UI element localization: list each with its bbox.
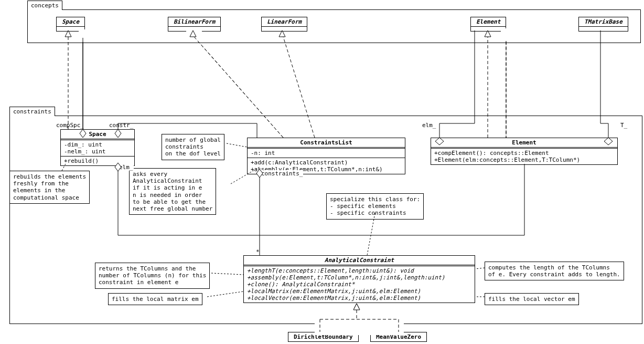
note-fillmatrix: fills the local matrix em (108, 293, 202, 305)
class-concepts-bilinearform: BilinearForm (168, 17, 221, 32)
note-rebuild: rebuilds the elements freshly from the e… (9, 171, 90, 204)
class-concepts-space: Space (56, 17, 85, 32)
note-returns: returns the TColumns and the number of T… (95, 263, 210, 289)
class-concepts-linearform: LinearForm (261, 17, 307, 32)
note-fillvector: fills the local vector em (485, 293, 579, 305)
note-specialize: specialize this class for: - specific el… (326, 193, 424, 220)
class-concepts-tmatrixbase: TMatrixBase (578, 17, 628, 32)
role-star1: * (255, 248, 260, 255)
note-asks: asks every AnalyticalConstraint if it is… (129, 168, 216, 215)
role-elm: elm_ (422, 122, 437, 129)
package-concepts: concepts (27, 9, 641, 43)
package-constraints-label: constraints (9, 107, 55, 116)
note-length: computes the length of the TColumns of e… (485, 262, 624, 280)
class-meanvaluezero: MeanValueZero (370, 332, 427, 342)
note-number: number of global constraints on the dof … (162, 134, 224, 160)
class-concepts-element: Element (470, 17, 506, 32)
class-dirichletboundary: DirichletBoundary (288, 332, 359, 342)
role-elm2: elm_ (119, 164, 134, 171)
role-constr: constr_ (109, 122, 134, 129)
class-constraints-element: Element +compElement(): concepts::Elemen… (431, 138, 618, 165)
class-constraints-constraintslist: ConstraintsList -n: int +add(c:Analytica… (247, 138, 405, 174)
class-constraints-analyticalconstraint: AnalyticalConstraint +lengthT(e:concepts… (243, 255, 475, 303)
role-constraints: constraints_ (261, 170, 303, 177)
package-concepts-label: concepts (27, 1, 62, 10)
class-constraints-space: Space -dim_: uint -nelm_: uint +rebuild(… (60, 129, 135, 166)
role-T: T_ (620, 122, 628, 129)
role-compspc: compSpc_ (56, 122, 84, 129)
